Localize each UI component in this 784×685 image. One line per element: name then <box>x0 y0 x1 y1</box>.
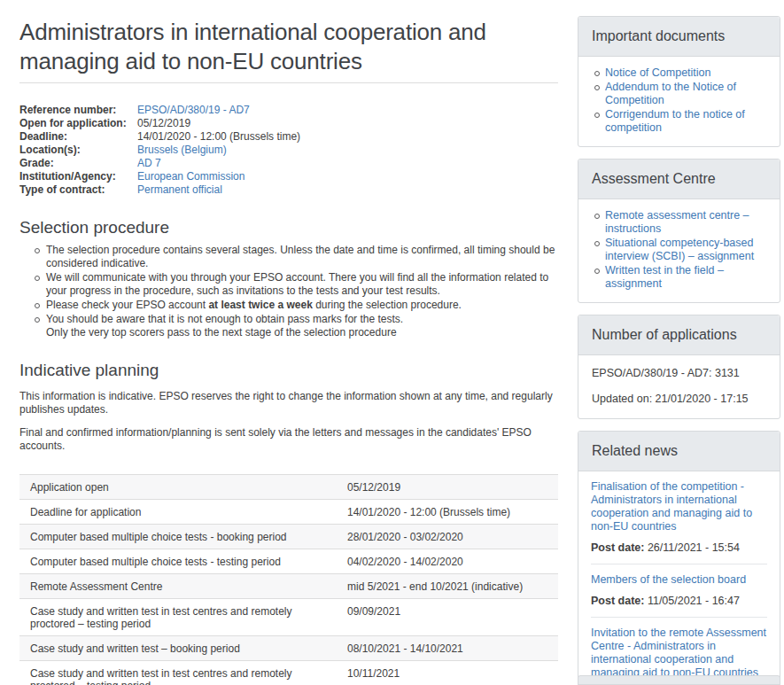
bullet-text: You should be aware that it is not enoug… <box>46 313 403 325</box>
post-date: Post date: 26/11/2021 - 15:54 <box>591 541 767 554</box>
meta-label: Grade: <box>19 157 137 170</box>
row-label: Case study and written test in test cent… <box>30 605 347 630</box>
bullet-bold-text: at least twice a week <box>208 299 312 311</box>
meta-row-open: Open for application: 05/12/2019 <box>19 117 558 130</box>
row-label: Computer based multiple choice tests - b… <box>30 531 347 543</box>
important-documents-list: Notice of Competition Addendum to the No… <box>587 66 771 135</box>
post-date-value: 11/05/2021 - 16:47 <box>648 595 740 607</box>
scbi-assignment-link[interactable]: Situational competency-based interview (… <box>605 237 771 263</box>
post-date: Post date: 11/05/2021 - 16:47 <box>591 595 767 607</box>
bullet-item: The selection procedure contains several… <box>46 244 558 270</box>
planning-table: Application open 05/12/2019 Deadline for… <box>19 474 558 685</box>
meta-label: Reference number: <box>19 104 137 117</box>
table-row: Computer based multiple choice tests - b… <box>19 524 558 549</box>
row-value: 04/02/2020 - 14/02/2020 <box>347 556 558 568</box>
table-row: Case study and written test in test cent… <box>19 660 558 685</box>
meta-row-contract: Type of contract: Permanent official <box>19 183 558 197</box>
row-value: 08/10/2021 - 14/10/2021 <box>347 642 558 655</box>
bullet-item: We will communicate with you through you… <box>46 271 558 298</box>
main-content: Administrators in international cooperat… <box>19 0 558 685</box>
number-of-applications-title: Number of applications <box>578 315 780 355</box>
related-news-body: Finalisation of the competition - Admini… <box>578 471 780 685</box>
important-documents-title: Important documents <box>578 17 780 57</box>
bullet-text: during the selection procedure. <box>313 299 462 311</box>
planning-paragraph: This information is indicative. EPSO res… <box>19 390 558 416</box>
row-label: Deadline for application <box>30 506 347 518</box>
news-item: Members of the selection board Post date… <box>591 564 767 618</box>
competition-page: Administrators in international cooperat… <box>0 0 784 685</box>
row-value: 14/01/2020 - 12:00 (Brussels time) <box>347 506 558 518</box>
meta-label: Deadline: <box>19 130 137 144</box>
row-label: Computer based multiple choice tests - t… <box>30 556 347 568</box>
row-value: mid 5/2021 - end 10/2021 (indicative) <box>347 580 558 593</box>
row-value: 09/09/2021 <box>347 605 558 630</box>
post-date-label: Post date: <box>591 595 644 607</box>
open-date-value: 05/12/2019 <box>137 117 190 130</box>
row-label: Application open <box>30 481 347 494</box>
meta-row-reference: Reference number: EPSO/AD/380/19 - AD7 <box>19 104 558 117</box>
indicative-planning-heading: Indicative planning <box>19 361 558 380</box>
number-of-applications-body: EPSO/AD/380/19 - AD7: 3131 Updated on: 2… <box>578 355 780 418</box>
applications-count: EPSO/AD/380/19 - AD7: 3131 <box>587 365 771 382</box>
bullet-text: Please check your EPSO account <box>46 299 208 311</box>
related-news-title: Related news <box>578 432 780 471</box>
table-row: Remote Assessment Centre mid 5/2021 - en… <box>19 573 558 598</box>
row-label: Remote Assessment Centre <box>30 580 347 593</box>
written-test-assignment-link[interactable]: Written test in the field – assignment <box>605 264 771 291</box>
deadline-value: 14/01/2020 - 12:00 (Brussels time) <box>137 130 300 144</box>
news-link-invitation[interactable]: Invitation to the remote Assessment Cent… <box>591 627 767 680</box>
next-sidebar-box-partial <box>578 675 780 685</box>
meta-row-grade: Grade: AD 7 <box>19 157 558 170</box>
title-divider <box>19 82 558 83</box>
sidebar: Important documents Notice of Competitio… <box>578 16 780 685</box>
row-value: 10/11/2021 <box>347 667 558 685</box>
important-documents-body: Notice of Competition Addendum to the No… <box>578 57 780 146</box>
number-of-applications-box: Number of applications EPSO/AD/380/19 - … <box>578 315 780 419</box>
meta-label: Open for application: <box>19 117 137 130</box>
table-row: Deadline for application 14/01/2020 - 12… <box>19 499 558 524</box>
contract-type-link[interactable]: Permanent official <box>137 183 222 197</box>
meta-label: Type of contract: <box>19 183 137 197</box>
assessment-centre-body: Remote assessment centre – instructions … <box>578 199 780 302</box>
row-value: 28/01/2020 - 03/02/2020 <box>347 531 558 543</box>
post-date-value: 26/11/2021 - 15:54 <box>648 541 740 554</box>
selection-procedure-list: The selection procedure contains several… <box>19 244 558 339</box>
table-row: Application open 05/12/2019 <box>19 474 558 499</box>
news-link-finalisation[interactable]: Finalisation of the competition - Admini… <box>591 480 767 533</box>
news-link-selection-board[interactable]: Members of the selection board <box>591 573 767 587</box>
corrigendum-link[interactable]: Corrigendum to the notice of competition <box>605 108 771 135</box>
selection-procedure-heading: Selection procedure <box>19 218 558 237</box>
meta-row-deadline: Deadline: 14/01/2020 - 12:00 (Brussels t… <box>19 130 558 144</box>
meta-row-institution: Institution/Agency: European Commission <box>19 170 558 183</box>
news-item: Finalisation of the competition - Admini… <box>591 471 767 564</box>
related-news-box: Related news Finalisation of the competi… <box>578 431 780 685</box>
meta-label: Institution/Agency: <box>19 170 137 183</box>
important-documents-box: Important documents Notice of Competitio… <box>578 16 780 147</box>
meta-label: Location(s): <box>19 144 137 157</box>
bullet-item: You should be aware that it is not enoug… <box>46 313 558 339</box>
bullet-text: Only the very top scorers pass to the ne… <box>46 326 397 339</box>
table-row: Case study and written test in test cent… <box>19 598 558 635</box>
addendum-link[interactable]: Addendum to the Notice of Competition <box>605 81 771 107</box>
location-link[interactable]: Brussels (Belgium) <box>137 144 227 157</box>
competition-meta: Reference number: EPSO/AD/380/19 - AD7 O… <box>19 104 558 197</box>
post-date-label: Post date: <box>591 541 644 554</box>
assessment-centre-box: Assessment Centre Remote assessment cent… <box>578 159 780 303</box>
remote-assessment-instructions-link[interactable]: Remote assessment centre – instructions <box>605 209 771 236</box>
assessment-centre-title: Assessment Centre <box>578 160 780 199</box>
table-row: Computer based multiple choice tests - t… <box>19 549 558 573</box>
applications-updated: Updated on: 21/01/2020 - 17:15 <box>587 391 771 408</box>
table-row: Case study and written test – booking pe… <box>19 635 558 660</box>
bullet-item: Please check your EPSO account at least … <box>46 299 558 312</box>
planning-paragraph: Final and confirmed information/planning… <box>19 426 558 453</box>
meta-row-location: Location(s): Brussels (Belgium) <box>19 144 558 157</box>
notice-of-competition-link[interactable]: Notice of Competition <box>605 66 771 80</box>
row-label: Case study and written test – booking pe… <box>30 642 347 655</box>
row-value: 05/12/2019 <box>347 481 558 494</box>
grade-link[interactable]: AD 7 <box>137 157 161 170</box>
reference-number-link[interactable]: EPSO/AD/380/19 - AD7 <box>137 104 250 117</box>
assessment-centre-list: Remote assessment centre – instructions … <box>587 209 771 291</box>
institution-link[interactable]: European Commission <box>137 170 245 183</box>
row-label: Case study and written test in test cent… <box>30 667 347 685</box>
page-title: Administrators in international cooperat… <box>19 18 558 76</box>
